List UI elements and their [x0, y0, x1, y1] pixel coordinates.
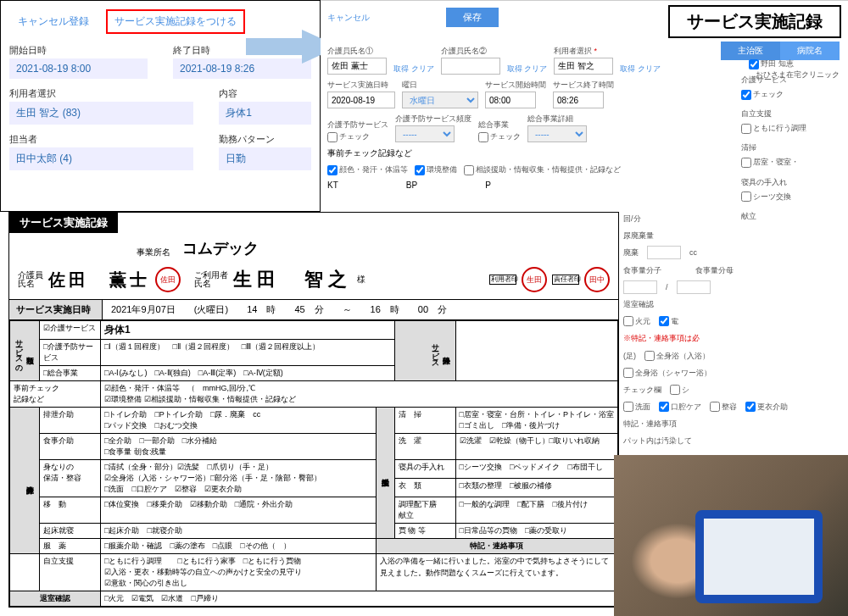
kyoshitsu-check[interactable]: 居室・寝室・	[741, 155, 843, 169]
user-select-value[interactable]: 生田 智之 (83)	[9, 102, 193, 125]
precheck-cell-lbl: 事前チェック 記録など	[10, 381, 101, 408]
cancel-register-button[interactable]: キャンセル登録	[9, 9, 98, 34]
hi-check[interactable]: 火元	[623, 314, 650, 328]
sogo-check[interactable]: チェック	[478, 131, 521, 142]
prev-svc-check[interactable]: チェック	[327, 131, 388, 142]
body1-cell: 身体1	[101, 321, 395, 340]
paper-form: サービス実施記録 事業所名 コムデック 介護員 氏名 佐田 薫士 佐田 ご利用者…	[8, 212, 619, 608]
zenshin-check[interactable]: 全身浴（入浴）	[644, 349, 710, 363]
doctor-check[interactable]: 野田 知恵	[749, 58, 840, 69]
haisetsu-val: □トイレ介助 □Pトイレ介助 □尿．廃棄 cc □パッド交換 □おむつ交換	[101, 408, 377, 434]
sentaku-lbl: 洗 濯	[394, 434, 455, 460]
taishitsu-label: 退室確認	[623, 297, 654, 311]
clear-link-3[interactable]: クリア	[638, 64, 661, 73]
kaimono-val: □日常品等の買物 □薬の受取り	[455, 524, 617, 539]
service-table: 種類 サービスの ☑介護サービス 身体1 保険外 サービス □介護予防サービス …	[9, 320, 618, 607]
svc-start-label: サービス開始時間	[485, 80, 546, 91]
koui-check[interactable]: 更衣介助	[745, 400, 788, 413]
clear-link-2[interactable]: クリア	[524, 64, 547, 73]
sogo-opts: □A-Ⅰ(みなし) □A-Ⅱ(独自) □A-Ⅲ(定率) □A-Ⅳ(定額)	[101, 366, 395, 381]
mid-fields: 回/分 尿廃棄量 廃棄cc 食事量分子食事量分母 / 退室確認 火元 電 ※特記…	[623, 212, 845, 489]
tab-hospital[interactable]: 病院名	[780, 42, 840, 60]
user-input[interactable]	[554, 58, 613, 75]
exit-hd: 退室確認	[10, 591, 101, 607]
svc-date-input[interactable]	[327, 92, 395, 108]
dow-label: 曜日	[402, 80, 478, 91]
chk-consult[interactable]: 相談援助・情報収集・情報提供・記録など	[464, 164, 621, 175]
tab-doctor[interactable]: 主治医	[721, 42, 780, 60]
staff-value[interactable]: 田中太郎 (4)	[9, 147, 193, 170]
ryou-input[interactable]	[647, 246, 681, 259]
minari-val: □清拭（全身・部分）☑洗髪 □爪切り（手・足） ☑全身浴（入浴・シャワー浴）□部…	[101, 460, 377, 497]
pattern-label: 勤務パターン	[219, 133, 311, 146]
staff-name-label: 介護員 氏名	[18, 271, 43, 288]
save-button[interactable]: 保存	[446, 8, 499, 27]
kaimono-lbl: 買 物 等	[394, 524, 455, 539]
svc-end-label: サービス終了時間	[553, 80, 614, 91]
svc-date-val: 2021年9月07日 (火曜日) 14 時 45 分 ～ 16 時 00 分	[103, 300, 618, 319]
start-value[interactable]: 2021-08-19 8:00	[9, 58, 148, 79]
svc-date-hd: サービス実施日時	[9, 300, 103, 319]
service-record-button[interactable]: サービス実施記録をつける	[106, 9, 245, 34]
pattern-value[interactable]: 日勤	[219, 147, 311, 170]
den-check[interactable]: 電	[659, 314, 678, 328]
tokki-val: 入浴の準備を一緒に行いました。浴室の中で気持ちよさそうにして見えました。動作問題…	[376, 554, 617, 591]
sogo-det-select[interactable]: -----	[527, 125, 587, 142]
get-link-3[interactable]: 取得	[620, 64, 635, 73]
ido-val: □体位変換 □移乗介助 ☑移動介助 □通院・外出介助	[101, 497, 377, 524]
prev-svc-label: 介護予防サービス	[327, 119, 388, 130]
sogo-label: 総合事業	[478, 119, 521, 130]
name1-input[interactable]	[327, 58, 387, 75]
warn-text: ※特記・連絡事項は必	[623, 331, 845, 345]
sheet-check[interactable]: シーツ交換	[741, 190, 843, 204]
shokuji-val: □全介助 □一部介助 □水分補給 □食事量 朝食:残量	[101, 434, 377, 460]
kisho-val: □起床介助 □就寝介助	[101, 524, 377, 539]
care-svc-check[interactable]: チェック	[741, 87, 843, 102]
kaigo-cell: ☑介護サービス	[40, 321, 101, 340]
chori-lbl: 調理配下膳 献立	[394, 497, 455, 524]
content-value[interactable]: 身体1	[219, 102, 311, 125]
bunbo-input[interactable]	[677, 280, 711, 294]
bunbo-label: 食事量分母	[695, 264, 734, 277]
form-cancel-button[interactable]: キャンセル	[327, 12, 370, 24]
chk-env[interactable]: 環境整備	[415, 164, 457, 175]
svc-date-label: サービス実施日時	[327, 80, 395, 91]
tomo-check[interactable]: ともに行う調理	[741, 121, 843, 136]
prev-freq-select[interactable]: -----	[395, 125, 455, 142]
cc-label: cc	[689, 246, 697, 259]
content-label: 内容	[219, 87, 311, 100]
precheck-cell-val: ☑顔色・発汗・体温等 （ mmHG,回/分,℃ ☑環境整備 ☑相談援助・情報収集…	[101, 381, 618, 408]
koku-check[interactable]: 口腔ケア	[659, 400, 701, 413]
chk-face[interactable]: 顔色・発汗・体温等	[327, 164, 408, 175]
user-label: 利用者選択 *	[554, 46, 613, 57]
p-label: P	[485, 180, 491, 190]
get-link-2[interactable]: 取得	[507, 64, 522, 73]
end-value[interactable]: 2021-08-19 8:26	[173, 58, 311, 79]
tokki-label: 特記・連絡事項	[623, 417, 677, 430]
svc-end-input[interactable]	[553, 92, 604, 108]
jigyo-name: コムデック	[182, 238, 259, 258]
clear-link-1[interactable]: クリア	[411, 64, 434, 73]
get-link-1[interactable]: 取得	[393, 64, 409, 73]
paper-title: サービス実施記録	[9, 213, 118, 233]
bunshi-label: 食事量分子	[623, 264, 661, 277]
shokuji-lbl: 食事介助	[40, 434, 101, 460]
jiritsu-val: □ともに行う調理 □ともに行う家事 □ともに行う買物 ☑入浴・更衣・移動時等の自…	[101, 554, 377, 591]
shi-check[interactable]: シ	[670, 383, 689, 397]
bp-label: BP	[406, 180, 417, 190]
seal-user: 生田	[522, 267, 547, 292]
seiyo-check[interactable]: 整容	[710, 400, 737, 413]
name2-input[interactable]	[441, 58, 500, 75]
sengan-check[interactable]: 洗面	[623, 400, 650, 413]
souji-label: 清掃	[741, 141, 843, 155]
chori-val: □一般的な調理 □配下膳 □後片付け	[455, 497, 617, 524]
tablet-photo	[614, 455, 848, 616]
shower-check[interactable]: 全身浴（シャワー浴）	[623, 366, 711, 380]
care-svc-label: 介護サービス	[741, 73, 843, 87]
svc-type-hd: 種類 サービスの	[10, 321, 40, 381]
staff-name: 佐田 薫士	[48, 269, 150, 291]
svc-start-input[interactable]	[485, 92, 536, 108]
dow-select[interactable]: 水曜日	[402, 92, 478, 108]
seal-resp-box: 責任者印	[552, 275, 579, 286]
bunshi-input[interactable]	[623, 280, 657, 294]
